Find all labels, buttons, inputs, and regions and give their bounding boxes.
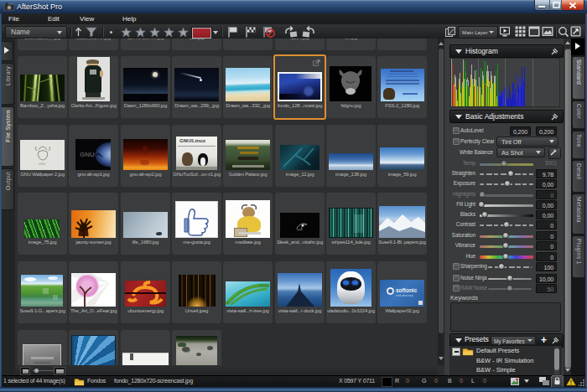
svg-text:GNU: GNU (39, 162, 46, 166)
svg-text:!: ! (570, 379, 572, 385)
